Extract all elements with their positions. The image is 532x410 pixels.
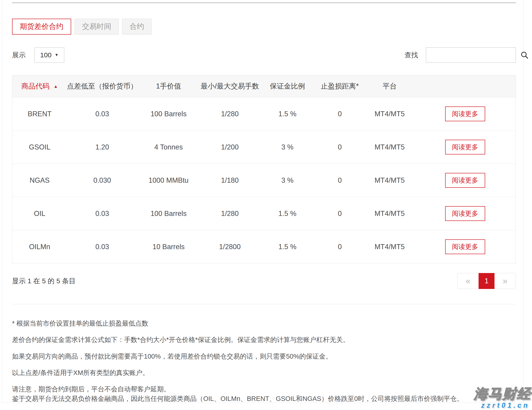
tab-bar: 期货差价合约 交易时间 合约 (12, 19, 516, 35)
cell-margin: 1.5 % (260, 197, 315, 230)
footnote-margin-formula: 差价合约的保证金需求计算公式如下：手数*合约大小*开仓价格*保证金比例。保证金需… (12, 336, 516, 344)
cell-symbol: GSOIL (12, 131, 67, 164)
page-number-button[interactable]: 1 (479, 273, 494, 289)
cell-symbol: NGAS (12, 164, 67, 197)
column-header-symbol-label: 商品代码 (21, 82, 49, 90)
cell-platform: MT4/MT5 (365, 230, 414, 264)
chevron-down-icon: ▼ (55, 53, 59, 57)
cell-actions: 阅读更多 (414, 131, 516, 164)
cell-min-max: 1/280 (200, 97, 260, 131)
table-toolbar: 展示 100 ▼ 查找 (12, 47, 516, 63)
column-header-min-max[interactable]: 最小/最大交易手数 (200, 75, 260, 97)
column-header-spread[interactable]: 点差低至（报价货币） (67, 75, 138, 97)
cell-stop-level: 0 (315, 97, 365, 131)
cell-symbol: OIL (12, 197, 67, 230)
cell-lot-value: 1000 MMBtu (138, 164, 200, 197)
read-more-button[interactable]: 阅读更多 (445, 107, 485, 121)
pagination-bar: 显示 1 在 5 的 5 条目 « 1 » (12, 273, 516, 289)
cell-min-max: 1/180 (200, 164, 260, 197)
sort-asc-icon: ▲ (54, 84, 58, 89)
cell-stop-level: 0 (315, 230, 365, 264)
cell-symbol: BRENT (12, 97, 67, 131)
cell-margin: 3 % (260, 164, 315, 197)
cell-actions: 阅读更多 (414, 230, 516, 264)
cell-spread: 0.030 (67, 164, 138, 197)
cell-lot-value: 10 Barrels (138, 230, 200, 264)
entries-count-select[interactable]: 100 ▼ (34, 47, 64, 63)
read-more-button[interactable]: 阅读更多 (445, 173, 485, 188)
cell-platform: MT4/MT5 (365, 197, 414, 230)
cell-margin: 3 % (260, 131, 315, 164)
column-header-stop-level[interactable]: 止盈损距离* (315, 75, 365, 97)
table-row: GSOIL 1.20 4 Tonnes 1/200 3 % 0 MT4/MT5 … (12, 131, 516, 164)
cell-lot-value: 4 Tonnes (138, 131, 200, 164)
column-header-platform[interactable]: 平台 (365, 75, 414, 97)
table-row: OILMn 0.03 10 Barrels 1/2800 1.5 % 0 MT4… (12, 230, 516, 264)
search-label: 查找 (404, 50, 418, 60)
entries-summary: 显示 1 在 5 的 5 条目 (12, 276, 76, 286)
search-group: 查找 (404, 47, 516, 63)
content-frame: 期货差价合约 交易时间 合约 展示 100 ▼ 查找 (2, 0, 524, 403)
next-page-button[interactable]: » (494, 273, 516, 289)
cell-spread: 0.03 (67, 230, 138, 264)
cell-platform: MT4/MT5 (365, 97, 414, 131)
table-row: OIL 0.03 100 Barrels 1/280 1.5 % 0 MT4/M… (12, 197, 516, 230)
cell-margin: 1.5 % (260, 230, 315, 264)
cell-actions: 阅读更多 (414, 197, 516, 230)
cell-spread: 0.03 (67, 197, 138, 230)
tab-contract[interactable]: 合约 (122, 19, 152, 35)
search-input[interactable] (426, 48, 520, 62)
read-more-button[interactable]: 阅读更多 (445, 239, 485, 254)
cell-spread: 1.20 (67, 131, 138, 164)
cell-platform: MT4/MT5 (365, 164, 414, 197)
entries-count-value: 100 (40, 51, 52, 59)
footnote-negative-prices: 鉴于交易平台无法交易负价格金融商品，因此当任何能源类商品（OIL、OILMn、B… (12, 395, 516, 403)
cell-min-max: 1/200 (200, 131, 260, 164)
cell-symbol: OILMn (12, 230, 67, 264)
table-row: BRENT 0.03 100 Barrels 1/280 1.5 % 0 MT4… (12, 97, 516, 131)
column-header-margin[interactable]: 保证金比例 (260, 75, 315, 97)
column-header-symbol[interactable]: 商品代码▲ (12, 75, 67, 97)
search-icon[interactable] (520, 51, 529, 59)
footnotes: * 根据当前市价设置挂单的最低止损盈最低点数 差价合约的保证金需求计算公式如下：… (12, 319, 516, 403)
previous-page-button[interactable]: « (457, 273, 479, 289)
read-more-button[interactable]: 阅读更多 (445, 140, 485, 155)
show-entries-group: 展示 100 ▼ (12, 47, 64, 63)
cell-lot-value: 100 Barrels (138, 97, 200, 131)
cell-platform: MT4/MT5 (365, 131, 414, 164)
cell-stop-level: 0 (315, 164, 365, 197)
footnote-real-accounts: 以上点差/条件适用于XM所有类型的真实账户。 (12, 369, 516, 377)
tab-trading-hours[interactable]: 交易时间 (75, 19, 119, 35)
section-divider (12, 304, 516, 304)
footnote-expiry-notice: 请注意，期货合约到期后，平台不会自动帮客户延期。 (12, 385, 516, 393)
read-more-button[interactable]: 阅读更多 (445, 206, 485, 221)
pager: « 1 » (457, 273, 516, 289)
table-header-row: 商品代码▲ 点差低至（报价货币） 1手价值 最小/最大交易手数 保证金比例 止盈… (12, 75, 516, 97)
cell-min-max: 1/2800 (200, 230, 260, 264)
footnote-stop-levels: * 根据当前市价设置挂单的最低止损盈最低点数 (12, 319, 516, 327)
column-header-actions (414, 75, 516, 97)
footnote-hedged-margin: 如果交易同方向的商品，预付款比例需要高于100%，若使用差价合约锁仓交易的话，则… (12, 352, 516, 361)
tab-futures-cfd[interactable]: 期货差价合约 (12, 19, 71, 35)
cell-lot-value: 100 Barrels (138, 197, 200, 230)
cell-spread: 0.03 (67, 97, 138, 131)
search-box (426, 47, 516, 63)
cell-actions: 阅读更多 (414, 97, 516, 131)
top-divider (12, 2, 516, 3)
column-header-lot-value[interactable]: 1手价值 (138, 75, 200, 97)
cell-stop-level: 0 (315, 197, 365, 230)
table-row: NGAS 0.030 1000 MMBtu 1/180 3 % 0 MT4/MT… (12, 164, 516, 197)
show-entries-label: 展示 (12, 50, 26, 60)
cell-actions: 阅读更多 (414, 164, 516, 197)
instruments-table: 商品代码▲ 点差低至（报价货币） 1手价值 最小/最大交易手数 保证金比例 止盈… (12, 75, 516, 264)
cell-margin: 1.5 % (260, 97, 315, 131)
cell-stop-level: 0 (315, 131, 365, 164)
cell-min-max: 1/280 (200, 197, 260, 230)
